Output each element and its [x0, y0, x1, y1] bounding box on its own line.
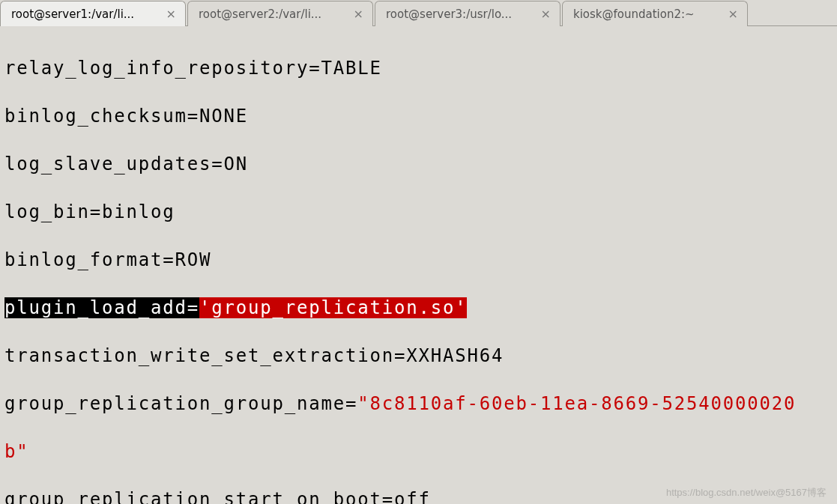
tab-server1[interactable]: root@server1:/var/li... × — [0, 1, 186, 26]
config-line: binlog_format=ROW — [4, 248, 833, 272]
tab-foundation2[interactable]: kiosk@foundation2:~ × — [562, 1, 748, 26]
tab-label: root@server1:/var/li... — [11, 7, 134, 21]
watermark-text: https://blog.csdn.net/weix@5167博客 — [666, 486, 827, 500]
config-line: transaction_write_set_extraction=XXHASH6… — [4, 344, 833, 368]
tab-bar: root@server1:/var/li... × root@server2:/… — [0, 0, 837, 26]
close-icon[interactable]: × — [727, 7, 740, 21]
tab-label: root@server2:/var/li... — [199, 7, 321, 21]
config-line: log_bin=binlog — [4, 200, 833, 224]
config-line: log_slave_updates=ON — [4, 152, 833, 176]
tab-server3[interactable]: root@server3:/usr/lo... × — [375, 1, 560, 26]
config-key: group_replication_group_name= — [4, 393, 357, 414]
highlight-red: 'group_replication.so' — [199, 297, 467, 318]
tab-label: root@server3:/usr/lo... — [386, 7, 512, 21]
tab-label: kiosk@foundation2:~ — [573, 7, 695, 21]
close-icon[interactable]: × — [165, 7, 178, 21]
config-line: group_replication_group_name="8c8110af-6… — [4, 392, 833, 416]
terminal-content[interactable]: relay_log_info_repository=TABLE binlog_c… — [0, 26, 837, 504]
config-line: b" — [4, 440, 833, 464]
config-line: plugin_load_add='group_replication.so' — [4, 296, 833, 320]
config-line: relay_log_info_repository=TABLE — [4, 56, 833, 80]
close-icon[interactable]: × — [540, 7, 552, 21]
config-value: "8c8110af-60eb-11ea-8669-52540000020 — [357, 393, 796, 414]
tab-server2[interactable]: root@server2:/var/li... × — [187, 1, 373, 26]
highlight-black: plugin_load_add= — [4, 297, 199, 318]
close-icon[interactable]: × — [352, 7, 365, 21]
config-line: binlog_checksum=NONE — [4, 104, 833, 128]
